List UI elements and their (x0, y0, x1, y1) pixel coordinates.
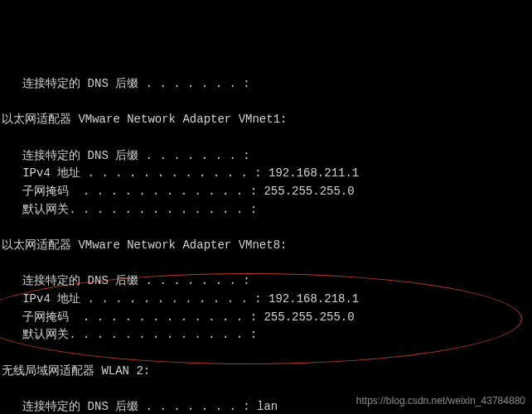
adapter-header: 以太网适配器 VMware Network Adapter VMnet1: (2, 111, 530, 129)
terminal-output: 连接特定的 DNS 后缀 . . . . . . . :以太网适配器 VMwar… (0, 72, 532, 414)
config-row: IPv4 地址 . . . . . . . . . . . . : 192.16… (2, 291, 530, 309)
watermark-text: https://blog.csdn.net/weixin_43784880 (356, 393, 525, 409)
config-row: 连接特定的 DNS 后缀 . . . . . . . : (2, 147, 530, 166)
config-row: 默认网关. . . . . . . . . . . . . : (2, 201, 530, 219)
config-row: 子网掩码 . . . . . . . . . . . . : 255.255.2… (2, 309, 530, 327)
config-row: 默认网关. . . . . . . . . . . . . : (2, 326, 530, 344)
config-row: 子网掩码 . . . . . . . . . . . . : 255.255.2… (2, 183, 530, 201)
blank-line (2, 129, 530, 147)
config-row: IPv4 地址 . . . . . . . . . . . . : 192.16… (2, 165, 530, 183)
blank-line (2, 219, 530, 237)
config-row: 连接特定的 DNS 后缀 . . . . . . . : (2, 272, 530, 291)
blank-line (2, 255, 530, 273)
config-row: 连接特定的 DNS 后缀 . . . . . . . : (2, 75, 530, 94)
blank-line (2, 93, 530, 111)
blank-line (2, 344, 530, 363)
adapter-header: 无线局域网适配器 WLAN 2: (2, 363, 530, 381)
adapter-header: 以太网适配器 VMware Network Adapter VMnet8: (2, 237, 530, 255)
